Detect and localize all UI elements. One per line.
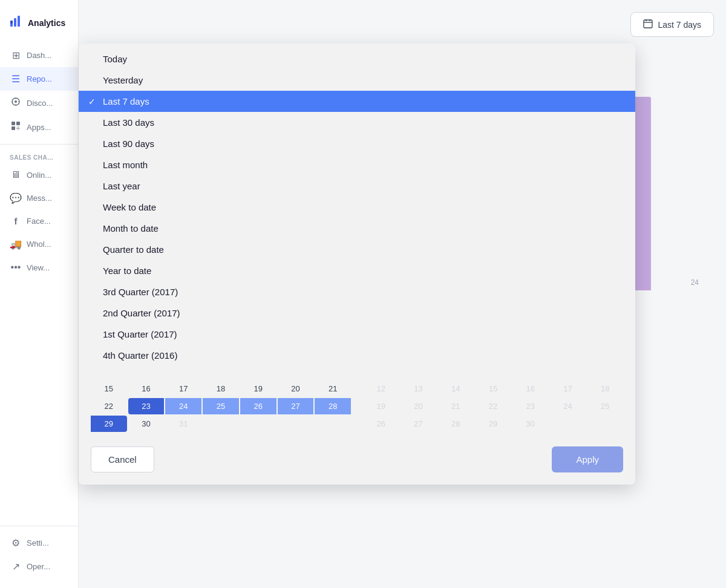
cal-day-24[interactable]: 24 — [165, 398, 201, 414]
rcal-day-21[interactable]: 21 — [437, 398, 474, 414]
rcal-day-28[interactable]: 28 — [437, 416, 474, 432]
option-lastyear-label: Last year — [103, 181, 140, 191]
option-q4-2016[interactable]: 4th Quarter (2016) — [79, 345, 635, 366]
sidebar-item-settings[interactable]: ⚙ Setti... — [0, 531, 78, 555]
sidebar-item-facebook[interactable]: f Face... — [0, 210, 78, 232]
cal-day-21[interactable]: 21 — [315, 381, 351, 397]
rcal-day-17[interactable]: 17 — [550, 381, 586, 397]
sidebar-item-viewmore[interactable]: ••• View... — [0, 256, 78, 279]
option-lastmonth[interactable]: Last month — [79, 154, 635, 175]
rcal-day-13[interactable]: 13 — [401, 381, 437, 397]
rcal-day-29[interactable]: 29 — [475, 416, 511, 432]
rcal-day-24[interactable]: 24 — [550, 398, 586, 414]
rcal-day-12[interactable]: 12 — [363, 381, 399, 397]
svg-rect-1 — [14, 18, 16, 27]
cal-day-30[interactable]: 30 — [128, 416, 165, 432]
rcal-day-18[interactable]: 18 — [587, 381, 623, 397]
rcal-day-15[interactable]: 15 — [475, 381, 511, 397]
option-q3-2017-label: 3rd Quarter (2017) — [103, 287, 178, 297]
sidebar-logo: Analytics — [0, 10, 78, 44]
cal-day-31[interactable]: 31 — [165, 416, 201, 432]
option-lastmonth-label: Last month — [103, 160, 148, 170]
open-icon: ↗ — [10, 561, 22, 572]
picker-footer: Cancel Apply — [79, 437, 635, 485]
option-weektodate[interactable]: Week to date — [79, 197, 635, 218]
option-q2-2017[interactable]: 2nd Quarter (2017) — [79, 302, 635, 324]
cal-day-29[interactable]: 29 — [91, 416, 127, 432]
rcal-day-16[interactable]: 16 — [512, 381, 549, 397]
cal-day-19[interactable]: 19 — [240, 381, 276, 397]
sidebar-item-open[interactable]: ↗ Oper... — [0, 555, 78, 578]
cal-day-27[interactable]: 27 — [278, 398, 314, 414]
left-calendar: 15 16 17 18 19 20 21 22 23 24 25 26 27 2… — [91, 381, 351, 432]
left-calendar-grid: 15 16 17 18 19 20 21 22 23 24 25 26 27 2… — [91, 381, 351, 432]
rcal-day-30[interactable]: 30 — [512, 416, 549, 432]
sidebar-item-apps[interactable]: Apps... — [0, 115, 78, 139]
rcal-day-22[interactable]: 22 — [475, 398, 511, 414]
cal-day-20[interactable]: 20 — [278, 381, 314, 397]
option-last7days-label: Last 7 days — [103, 96, 149, 106]
sidebar-item-messages[interactable]: 💬 Mess... — [0, 186, 78, 210]
option-last30days[interactable]: Last 30 days — [79, 112, 635, 133]
option-yeartodate[interactable]: Year to date — [79, 260, 635, 281]
rcal-day-26[interactable]: 26 — [363, 416, 399, 432]
sidebar-item-reports[interactable]: ☰ Repo... — [0, 67, 78, 91]
sidebar-item-settings-label: Setti... — [27, 538, 49, 547]
option-quartertodate-label: Quarter to date — [103, 244, 164, 255]
cal-day-15[interactable]: 15 — [91, 381, 127, 397]
calendars-section: 15 16 17 18 19 20 21 22 23 24 25 26 27 2… — [79, 371, 635, 437]
option-monthtodate[interactable]: Month to date — [79, 218, 635, 239]
svg-rect-18 — [644, 20, 652, 28]
sidebar-item-wholesale-label: Whol... — [27, 240, 51, 249]
rcal-day-27[interactable]: 27 — [401, 416, 437, 432]
option-q1-2017[interactable]: 1st Quarter (2017) — [79, 324, 635, 345]
sidebar-item-wholesale[interactable]: 🚚 Whol... — [0, 232, 78, 256]
chart-label: 24 — [691, 278, 699, 287]
settings-icon: ⚙ — [10, 537, 22, 549]
cal-day-28[interactable]: 28 — [315, 398, 351, 414]
sidebar-item-reports-label: Repo... — [27, 74, 52, 83]
option-monthtodate-label: Month to date — [103, 223, 159, 234]
rcal-day-25[interactable]: 25 — [587, 398, 623, 414]
cal-day-17[interactable]: 17 — [165, 381, 201, 397]
sidebar-item-online[interactable]: 🖥 Onlin... — [0, 163, 78, 186]
rcal-day-20[interactable]: 20 — [401, 398, 437, 414]
sidebar-item-discover-label: Disco... — [27, 99, 53, 108]
sidebar-item-dashboard[interactable]: ⊞ Dash... — [0, 44, 78, 67]
svg-rect-2 — [18, 16, 20, 27]
apply-button[interactable]: Apply — [552, 446, 623, 472]
option-today[interactable]: Today — [79, 48, 635, 70]
cal-day-22[interactable]: 22 — [91, 398, 127, 414]
option-q3-2017[interactable]: 3rd Quarter (2017) — [79, 281, 635, 302]
sidebar-section-sales: SALES CHA... — [0, 149, 78, 163]
option-last7days[interactable]: ✓ Last 7 days — [79, 91, 635, 112]
rcal-day-14[interactable]: 14 — [437, 381, 474, 397]
date-range-label: Last 7 days — [658, 20, 701, 30]
analytics-icon — [10, 15, 23, 31]
date-picker-popup: Today Yesterday ✓ Last 7 days Last 30 da… — [79, 44, 635, 485]
cal-day-23[interactable]: 23 — [128, 398, 165, 414]
option-quartertodate[interactable]: Quarter to date — [79, 239, 635, 260]
option-yesterday[interactable]: Yesterday — [79, 70, 635, 91]
wholesale-icon: 🚚 — [10, 238, 22, 250]
cal-day-18[interactable]: 18 — [203, 381, 239, 397]
sidebar-item-viewmore-label: View... — [27, 263, 50, 272]
rcal-empty-2 — [587, 416, 623, 432]
option-last90days[interactable]: Last 90 days — [79, 133, 635, 154]
sidebar-item-apps-label: Apps... — [27, 123, 51, 132]
option-lastyear[interactable]: Last year — [79, 175, 635, 197]
svg-rect-13 — [18, 128, 19, 129]
rcal-day-19[interactable]: 19 — [363, 398, 399, 414]
date-range-button[interactable]: Last 7 days — [630, 12, 714, 37]
cal-day-26[interactable]: 26 — [240, 398, 276, 414]
rcal-day-23[interactable]: 23 — [512, 398, 549, 414]
svg-rect-11 — [16, 122, 20, 125]
cal-day-16[interactable]: 16 — [128, 381, 165, 397]
cal-day-25[interactable]: 25 — [203, 398, 239, 414]
cancel-button[interactable]: Cancel — [91, 446, 154, 472]
sidebar-item-discover[interactable]: Disco... — [0, 91, 78, 115]
sidebar-logo-text: Analytics — [28, 18, 65, 28]
svg-rect-10 — [11, 122, 15, 125]
facebook-icon: f — [10, 216, 22, 226]
sidebar-item-online-label: Onlin... — [27, 171, 51, 180]
